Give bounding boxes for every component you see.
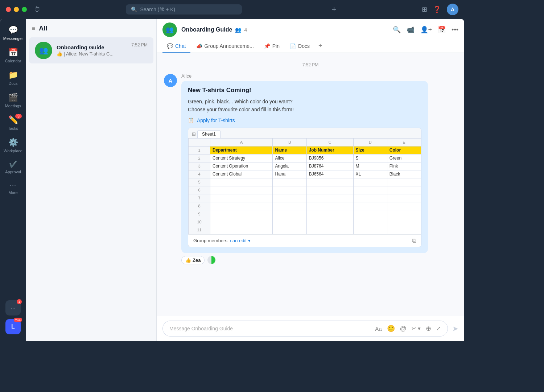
table-cell[interactable]	[273, 178, 306, 186]
help-icon[interactable]: ❓	[433, 5, 441, 13]
table-cell[interactable]	[353, 202, 387, 210]
sidebar-item-calendar[interactable]: 📅 Calendar	[0, 44, 26, 67]
attach-icon[interactable]: ⊕	[426, 325, 431, 333]
chat-widget-button[interactable]: ··· 1	[5, 300, 21, 315]
tab-announcements[interactable]: 📣 Group Announceme...	[192, 40, 258, 53]
table-cell[interactable]	[387, 210, 421, 218]
table-cell[interactable]	[387, 194, 421, 202]
apply-link[interactable]: 📋 Apply for T-shirts	[188, 117, 421, 123]
table-cell[interactable]	[210, 226, 273, 234]
table-cell[interactable]	[387, 178, 421, 186]
table-cell[interactable]: BJ8764	[306, 162, 353, 170]
table-cell[interactable]: XL	[353, 170, 387, 178]
expand-icon[interactable]: ⤢	[436, 325, 441, 332]
table-cell[interactable]	[387, 226, 421, 234]
add-button[interactable]: +	[332, 5, 337, 14]
table-cell[interactable]: M	[353, 162, 387, 170]
table-cell[interactable]: Angela	[273, 162, 306, 170]
sidebar-item-docs[interactable]: 📁 Docs	[0, 67, 26, 89]
table-cell[interactable]	[273, 202, 306, 210]
table-cell[interactable]	[306, 186, 353, 194]
row-num-cell: 9	[189, 210, 210, 218]
sidebar-item-meetings[interactable]: 🎬 Meetings	[0, 89, 26, 112]
chat-list-item-onboarding[interactable]: 👥 Onboarding Guide 👍 | Alice: New T-shir…	[29, 37, 153, 63]
user-profile-button[interactable]: L +11	[5, 319, 21, 334]
table-cell[interactable]	[353, 186, 387, 194]
table-cell[interactable]: S	[353, 154, 387, 162]
chat-info: Onboarding Guide 👍 | Alice: New T-shirts…	[57, 44, 127, 57]
chat-list-title: All	[39, 25, 47, 32]
table-cell: Job Number	[306, 146, 353, 154]
table-cell[interactable]	[387, 202, 421, 210]
tab-add[interactable]: +	[316, 40, 325, 53]
tab-docs-icon: 📄	[290, 43, 296, 49]
global-search[interactable]: 🔍 Search (⌘ + K)	[126, 4, 242, 15]
meetings-icon: 🎬	[8, 93, 18, 102]
table-cell[interactable]: Black	[387, 170, 421, 178]
add-member-icon[interactable]: 👤+	[420, 26, 432, 34]
minimize-button[interactable]	[14, 7, 19, 12]
table-cell[interactable]	[353, 218, 387, 226]
table-cell[interactable]: Pink	[387, 162, 421, 170]
history-icon[interactable]: ⏱	[34, 6, 41, 13]
table-cell[interactable]	[353, 178, 387, 186]
table-cell[interactable]: Content Operation	[210, 162, 273, 170]
tab-chat[interactable]: 💬 Chat	[162, 40, 190, 53]
table-cell[interactable]	[210, 210, 273, 218]
tab-docs[interactable]: 📄 Docs	[285, 40, 314, 53]
maximize-button[interactable]	[22, 7, 27, 12]
sidebar-item-more[interactable]: ··· More	[0, 178, 26, 198]
copy-icon[interactable]: ⧉	[412, 238, 416, 244]
table-cell[interactable]	[273, 218, 306, 226]
sidebar-item-messenger[interactable]: 💬 Messenger	[0, 22, 26, 44]
table-cell[interactable]	[387, 218, 421, 226]
format-icon[interactable]: ✂ ▾	[412, 325, 421, 332]
window-controls	[6, 7, 27, 12]
table-cell[interactable]	[273, 186, 306, 194]
send-button[interactable]: ➤	[452, 324, 458, 333]
table-cell[interactable]	[387, 186, 421, 194]
video-call-icon[interactable]: 📹	[407, 26, 415, 34]
table-cell[interactable]	[306, 178, 353, 186]
table-cell[interactable]	[353, 210, 387, 218]
table-cell[interactable]: BJ6564	[306, 170, 353, 178]
font-size-icon[interactable]: Aa	[375, 326, 382, 332]
sidebar-item-tasks[interactable]: ✏️ 9 Tasks	[0, 112, 26, 134]
tab-pin[interactable]: 📌 Pin	[260, 40, 284, 53]
close-button[interactable]	[6, 7, 11, 12]
table-cell[interactable]: Alice	[273, 154, 306, 162]
table-cell[interactable]	[210, 202, 273, 210]
table-cell[interactable]	[306, 226, 353, 234]
sheet-tab[interactable]: Sheet1	[197, 130, 221, 138]
table-cell[interactable]	[306, 194, 353, 202]
table-cell[interactable]	[210, 218, 273, 226]
table-cell[interactable]	[306, 202, 353, 210]
table-cell[interactable]	[273, 226, 306, 234]
table-cell[interactable]: Hana	[273, 170, 306, 178]
table-cell[interactable]	[210, 178, 273, 186]
table-cell[interactable]	[353, 226, 387, 234]
table-cell[interactable]	[273, 194, 306, 202]
user-avatar[interactable]: A	[447, 4, 458, 15]
calendar-event-icon[interactable]: 📅	[438, 26, 446, 34]
sidebar-item-approval[interactable]: ✔️ Approval	[0, 157, 26, 178]
table-cell[interactable]: BJ9856	[306, 154, 353, 162]
table-cell[interactable]	[353, 194, 387, 202]
table-cell[interactable]: Content Strategy	[210, 154, 273, 162]
table-cell[interactable]: Green	[387, 154, 421, 162]
screen-share-icon[interactable]: ⊞	[422, 5, 427, 13]
sidebar-item-workplace[interactable]: ⚙️ Workplace	[0, 134, 26, 157]
search-chat-icon[interactable]: 🔍	[393, 26, 401, 34]
chat-input-box[interactable]: Message Onboarding Guide Aa 🙂 @ ✂ ▾ ⊕ ⤢	[162, 321, 448, 337]
table-cell[interactable]	[306, 218, 353, 226]
table-cell[interactable]	[210, 186, 273, 194]
more-options-icon[interactable]: •••	[452, 26, 458, 34]
reaction-chip-thumbsup[interactable]: 👍 Zea	[181, 256, 205, 264]
permission-dropdown[interactable]: can edit ▾	[230, 238, 251, 243]
table-cell[interactable]: Content Global	[210, 170, 273, 178]
table-cell[interactable]	[306, 210, 353, 218]
emoji-icon[interactable]: 🙂	[387, 325, 395, 333]
table-cell[interactable]	[210, 194, 273, 202]
table-cell[interactable]	[273, 210, 306, 218]
mention-icon[interactable]: @	[400, 325, 407, 333]
